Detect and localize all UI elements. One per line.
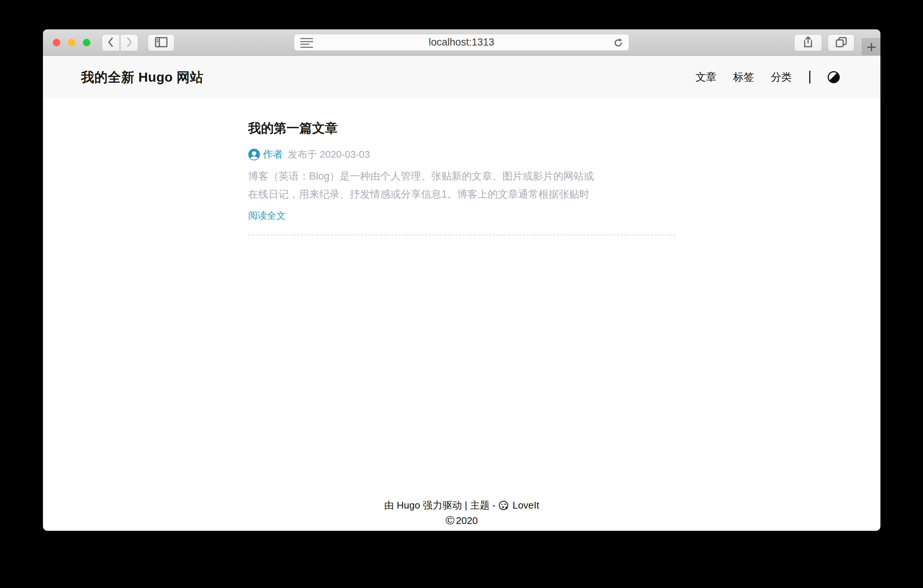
back-button[interactable] xyxy=(102,34,120,51)
new-tab-button[interactable]: + xyxy=(862,38,880,56)
sidebar-icon xyxy=(155,37,168,49)
theme-name-link[interactable]: LoveIt xyxy=(512,498,539,513)
powered-by-text: 由 Hugo 强力驱动 | 主题 - xyxy=(384,498,496,513)
chevron-left-icon xyxy=(106,36,115,49)
summary-line: 在线日记，用来纪录、抒发情感或分享信息1。博客上的文章通常根据张贴时 xyxy=(248,185,675,203)
post-summary-card: 我的第一篇文章 作者 发布于 2020-03-03 博客（英语：Blog）是一种… xyxy=(248,98,675,235)
minimize-window-button[interactable] xyxy=(68,39,76,46)
forward-button[interactable] xyxy=(120,34,138,51)
tab-overview-button[interactable] xyxy=(828,34,854,51)
footer-copyright-line: © 2020 xyxy=(43,513,880,529)
browser-toolbar: localhost:1313 xyxy=(43,29,880,56)
read-more-link[interactable]: 阅读全文 xyxy=(248,209,286,222)
traffic-lights xyxy=(53,39,90,46)
tabs-icon xyxy=(836,37,847,49)
sidebar-toggle-button[interactable] xyxy=(148,34,174,51)
browser-window: localhost:1313 xyxy=(43,29,880,531)
post-summary: 博客（英语：Blog）是一种由个人管理、张贴新的文章、图片或影片的网站或 在线日… xyxy=(248,167,675,203)
footer-powered-line: 由 Hugo 强力驱动 | 主题 - LoveIt xyxy=(43,498,880,513)
site-nav: 文章 标签 分类 xyxy=(695,70,840,84)
nav-item-categories[interactable]: 分类 xyxy=(771,70,792,84)
nav-item-posts[interactable]: 文章 xyxy=(695,70,716,84)
close-window-button[interactable] xyxy=(53,39,60,46)
page-content: 我的第一篇文章 作者 发布于 2020-03-03 博客（英语：Blog）是一种… xyxy=(43,98,880,235)
zoom-window-button[interactable] xyxy=(83,39,90,46)
theme-toggle-icon[interactable] xyxy=(828,71,840,83)
refresh-icon[interactable] xyxy=(613,38,624,50)
site-header: 我的全新 Hugo 网站 文章 标签 分类 xyxy=(43,56,880,98)
publish-date: 发布于 2020-03-03 xyxy=(288,148,370,161)
plus-icon: + xyxy=(867,39,876,55)
copyright-year: 2020 xyxy=(456,513,478,529)
site-footer: 由 Hugo 强力驱动 | 主题 - LoveIt © 2020 xyxy=(43,498,880,529)
nav-separator xyxy=(809,71,810,84)
user-circle-icon xyxy=(248,149,260,161)
screenshot-backdrop: localhost:1313 xyxy=(0,0,923,588)
share-button[interactable] xyxy=(794,34,822,51)
author-link[interactable]: 作者 xyxy=(263,147,283,161)
post-divider xyxy=(248,234,675,235)
chevron-right-icon xyxy=(125,36,134,49)
post-title-link[interactable]: 我的第一篇文章 xyxy=(248,120,675,137)
share-icon xyxy=(803,36,813,50)
kiss-wink-heart-icon xyxy=(498,500,509,511)
copyright-icon: © xyxy=(446,514,455,526)
url-text[interactable]: localhost:1313 xyxy=(294,36,629,48)
address-bar[interactable]: localhost:1313 xyxy=(294,34,629,51)
nav-item-tags[interactable]: 标签 xyxy=(733,70,754,84)
site-title[interactable]: 我的全新 Hugo 网站 xyxy=(81,69,204,86)
reader-view-icon[interactable] xyxy=(300,38,313,48)
summary-line: 博客（英语：Blog）是一种由个人管理、张贴新的文章、图片或影片的网站或 xyxy=(248,167,675,185)
post-meta: 作者 发布于 2020-03-03 xyxy=(248,147,675,161)
